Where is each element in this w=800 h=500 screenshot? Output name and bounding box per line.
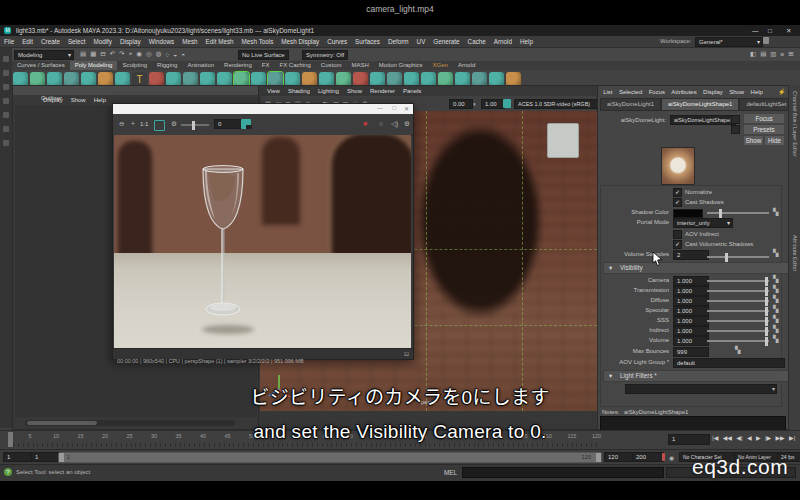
menu-item[interactable]: Edit Mesh xyxy=(202,38,238,45)
focus-button[interactable]: Focus xyxy=(743,113,785,124)
ae-tab[interactable]: defaultLightSet xyxy=(739,98,793,111)
menu-item[interactable]: Mesh Tools xyxy=(238,38,278,45)
menu-item[interactable]: UV xyxy=(413,38,430,45)
range-bar[interactable]: 1 120 xyxy=(58,452,602,463)
toolbar-icon[interactable]: ◓ xyxy=(181,51,185,58)
toolbox-icon[interactable] xyxy=(3,140,9,146)
volume-samples-field[interactable]: 2 xyxy=(673,250,709,260)
volume-samples-map-icon[interactable]: ▚ xyxy=(773,249,778,257)
swatch-small-icon[interactable] xyxy=(731,115,740,124)
ae-menu-item[interactable]: Help xyxy=(747,89,766,95)
window-titlebar[interactable]: M light33.mb* - Autodesk MAYA 2023.3: D:… xyxy=(0,25,800,36)
menu-item[interactable]: Deform xyxy=(384,38,413,45)
attr-value-field[interactable]: 1.000 xyxy=(673,316,709,326)
symmetry-button[interactable]: Symmetry: Off xyxy=(302,50,348,60)
menu-item[interactable]: File xyxy=(0,38,18,45)
show-button[interactable]: Show xyxy=(743,135,764,146)
ae-menu-item[interactable]: Attributes xyxy=(668,89,700,95)
iso-field[interactable]: 0 xyxy=(214,119,242,129)
attr-slider[interactable] xyxy=(707,340,769,342)
toolbox-icon[interactable] xyxy=(3,56,9,62)
menu-item[interactable]: Edit xyxy=(18,38,37,45)
shelf-tab[interactable]: Motion Graphics xyxy=(374,61,428,70)
ae-menu-item[interactable]: Selected xyxy=(616,89,646,95)
stop-render-icon[interactable]: ■ xyxy=(363,120,367,127)
attr-value-field[interactable]: 1.000 xyxy=(673,276,709,286)
attr-map-icon[interactable]: ▚ xyxy=(773,325,778,333)
shelf-tab[interactable]: Sculpting xyxy=(117,61,152,70)
toolbox-icon[interactable] xyxy=(3,112,9,118)
snapshot-icon[interactable] xyxy=(241,119,251,129)
range-handle-left[interactable] xyxy=(59,453,64,462)
shadow-color-swatch[interactable] xyxy=(673,209,703,218)
attr-slider[interactable] xyxy=(707,310,769,312)
viewport-menu-item[interactable]: Panels xyxy=(399,88,425,94)
shelf-tab[interactable]: Rendering xyxy=(219,61,257,70)
close-icon[interactable]: ✕ xyxy=(404,105,409,112)
attribute-editor-side-tab[interactable]: Attribute Editor xyxy=(792,235,798,271)
range-handle-right[interactable] xyxy=(596,453,601,462)
viewport-menu-item[interactable]: Show xyxy=(343,88,366,94)
menu-item[interactable]: Curves xyxy=(323,38,351,45)
attr-slider[interactable] xyxy=(707,300,769,302)
shelf-tab[interactable]: FX xyxy=(257,61,275,70)
live-surface-button[interactable]: No Live Surface xyxy=(238,50,289,60)
attr-value-field[interactable]: 1.000 xyxy=(673,326,709,336)
zoom-out-icon[interactable]: ⊖ xyxy=(119,120,124,128)
portal-mode-select[interactable]: interior_only ▾ xyxy=(673,218,733,228)
mel-label[interactable]: MEL xyxy=(444,469,457,476)
set-key-icon[interactable] xyxy=(662,453,665,461)
colorspace-select[interactable]: ACES 1.0 SDR-video (sRGB) ▾ xyxy=(514,99,602,109)
attr-value-field[interactable]: 1.000 xyxy=(673,286,709,296)
mel-input[interactable] xyxy=(462,467,664,478)
attr-slider[interactable] xyxy=(707,290,769,292)
toolbar-icon[interactable]: ⊞ xyxy=(788,50,793,58)
filter-lightning-icon[interactable]: ⚡ xyxy=(778,88,786,95)
toolbar-icon[interactable]: ↶ xyxy=(110,50,115,58)
workspace-select[interactable]: General* ▾ xyxy=(695,37,763,47)
maximize-icon[interactable]: □ xyxy=(392,105,396,111)
workspace-lock-icon[interactable] xyxy=(763,37,769,44)
region-render-icon[interactable] xyxy=(154,120,165,131)
aov-light-group-field[interactable]: default xyxy=(673,358,785,368)
outliner-titlebar[interactable]: Outliner xyxy=(13,86,259,95)
zoom-level-label[interactable]: 1:1 xyxy=(140,121,148,127)
toolbar-icon[interactable]: ◉ xyxy=(136,50,142,58)
volume-samples-slider[interactable] xyxy=(707,256,769,258)
playback-start-field[interactable]: 1 xyxy=(31,452,61,462)
toolbar-icon[interactable]: ▤ xyxy=(760,50,766,58)
menu-item[interactable]: Mesh xyxy=(178,38,201,45)
channel-box-side-tab[interactable]: Channel Box / Layer Editor xyxy=(792,91,798,157)
toolbar-icon[interactable]: ⊟ xyxy=(100,50,105,58)
exposure-field[interactable]: 0.00 xyxy=(449,99,473,109)
toolbar-icon[interactable]: ▦ xyxy=(90,50,96,58)
menu-item[interactable]: Arnold xyxy=(490,38,516,45)
attr-value-field[interactable]: 1.000 xyxy=(673,306,709,316)
maximize-button[interactable]: □ xyxy=(768,27,772,34)
toolbox-icon[interactable] xyxy=(3,126,9,132)
ae-tab[interactable]: aiSkyDomeLightShape1 xyxy=(661,98,739,111)
viewport-menu-item[interactable]: Renderer xyxy=(366,88,399,94)
render-image[interactable] xyxy=(114,135,411,348)
viewport-menu-item[interactable]: View xyxy=(263,88,284,94)
close-button[interactable]: ✕ xyxy=(786,27,791,35)
ae-menu-item[interactable]: Focus xyxy=(645,89,668,95)
minimize-button[interactable]: — xyxy=(752,27,759,34)
attr-slider[interactable] xyxy=(707,320,769,322)
aov-indirect-checkbox[interactable] xyxy=(673,230,682,239)
menu-item[interactable]: Windows xyxy=(145,38,179,45)
gamma-field[interactable]: 1.00 xyxy=(481,99,505,109)
debug-slider[interactable] xyxy=(181,124,209,126)
menu-set-select[interactable]: Modeling ▾ xyxy=(14,50,74,60)
attr-slider[interactable] xyxy=(707,280,769,282)
shadow-color-map-icon[interactable]: ▚ xyxy=(773,208,778,216)
menu-item[interactable]: Help xyxy=(516,38,537,45)
speaker-icon[interactable]: ◁) xyxy=(391,120,398,128)
shelf-tab[interactable]: FX Caching xyxy=(274,61,315,70)
ae-menu-item[interactable]: Show xyxy=(726,89,747,95)
viewport-menu-item[interactable]: Shading xyxy=(284,88,314,94)
toolbar-icon[interactable]: ⌖ xyxy=(129,50,133,58)
character-icon[interactable]: ◉ xyxy=(669,454,674,461)
cast-volumetric-checkbox[interactable]: ✓ xyxy=(673,240,682,249)
max-bounces-map-icon[interactable]: ▚ xyxy=(735,346,740,354)
